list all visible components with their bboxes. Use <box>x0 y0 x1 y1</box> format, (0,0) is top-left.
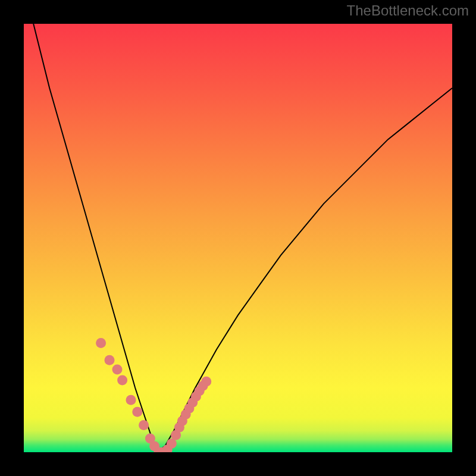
bottleneck-curve <box>24 24 452 452</box>
data-marker <box>112 365 123 375</box>
watermark-text: TheBottleneck.com <box>347 2 469 19</box>
data-marker <box>96 338 106 348</box>
plot-area <box>24 24 452 452</box>
curve-markers <box>96 338 211 452</box>
chart-svg <box>24 24 452 452</box>
data-marker <box>126 395 136 405</box>
data-marker <box>201 377 211 387</box>
data-marker <box>105 355 115 365</box>
chart-frame: TheBottleneck.com <box>0 0 476 476</box>
data-marker <box>139 420 149 430</box>
data-marker <box>117 375 127 386</box>
data-marker <box>132 407 142 417</box>
data-marker <box>167 439 177 449</box>
